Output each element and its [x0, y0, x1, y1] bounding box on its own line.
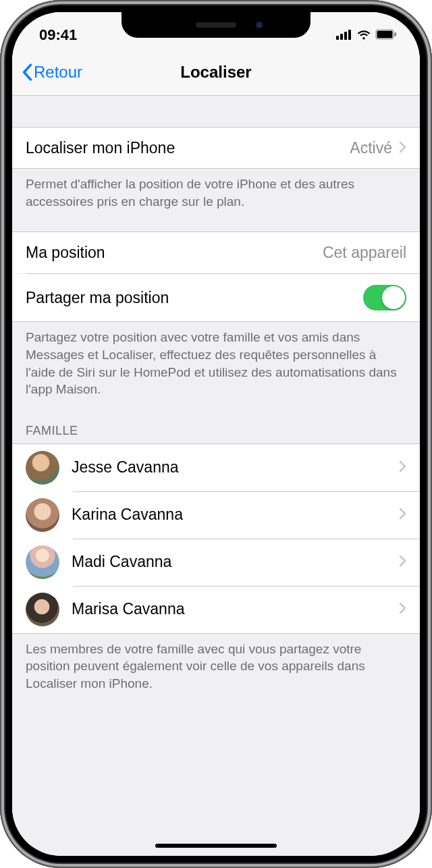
iphone-device-frame: 09:41 Retour Localiser: [0, 0, 432, 868]
home-indicator[interactable]: [155, 844, 277, 848]
notch: [122, 12, 310, 38]
svg-rect-2: [344, 32, 347, 40]
nav-bar: Retour Localiser: [12, 49, 420, 96]
cellular-icon: [336, 26, 352, 44]
family-member-name: Jesse Cavanna: [72, 458, 387, 477]
svg-rect-5: [377, 31, 393, 38]
svg-rect-1: [340, 34, 343, 40]
page-title: Localiser: [12, 63, 420, 82]
find-my-iphone-value: Activé: [350, 139, 392, 157]
wifi-icon: [356, 26, 371, 44]
avatar: [26, 593, 59, 626]
family-list: Jesse CavannaKarina CavannaMadi CavannaM…: [12, 443, 420, 634]
chevron-right-icon: [399, 555, 406, 570]
svg-rect-0: [336, 36, 339, 40]
battery-icon: [375, 26, 397, 44]
svg-rect-3: [348, 30, 351, 40]
share-location-footer: Partagez votre position avec votre famil…: [12, 322, 420, 408]
chevron-right-icon: [399, 508, 406, 522]
family-member-name: Karina Cavanna: [72, 506, 387, 524]
chevron-right-icon: [399, 139, 406, 157]
share-location-label: Partager ma position: [26, 289, 169, 307]
settings-content: Localiser mon iPhone Activé Permet d'aff…: [12, 96, 420, 856]
svg-rect-6: [395, 32, 397, 36]
screen: 09:41 Retour Localiser: [12, 12, 420, 856]
family-member-name: Marisa Cavanna: [72, 600, 387, 618]
share-location-toggle[interactable]: [363, 285, 406, 310]
status-time: 09:41: [39, 26, 77, 44]
family-member-row[interactable]: Madi Cavanna: [12, 539, 420, 586]
family-header: FAMILLE: [12, 408, 420, 443]
my-location-label: Ma position: [26, 244, 105, 262]
share-location-cell: Partager ma position: [12, 274, 420, 322]
chevron-right-icon: [399, 460, 406, 475]
find-my-iphone-label: Localiser mon iPhone: [26, 139, 175, 157]
family-member-row[interactable]: Marisa Cavanna: [12, 586, 420, 633]
find-my-iphone-cell[interactable]: Localiser mon iPhone Activé: [12, 127, 420, 169]
my-location-value: Cet appareil: [323, 244, 406, 262]
avatar: [26, 545, 59, 579]
chevron-right-icon: [399, 602, 406, 617]
family-member-row[interactable]: Karina Cavanna: [12, 491, 420, 539]
family-member-name: Madi Cavanna: [72, 553, 387, 571]
avatar: [26, 498, 59, 532]
find-my-iphone-footer: Permet d'afficher la position de votre i…: [12, 169, 420, 219]
family-member-row[interactable]: Jesse Cavanna: [12, 444, 420, 491]
my-location-cell[interactable]: Ma position Cet appareil: [12, 232, 420, 273]
family-footer: Les membres de votre famille avec qui vo…: [12, 634, 420, 702]
avatar: [26, 451, 59, 485]
